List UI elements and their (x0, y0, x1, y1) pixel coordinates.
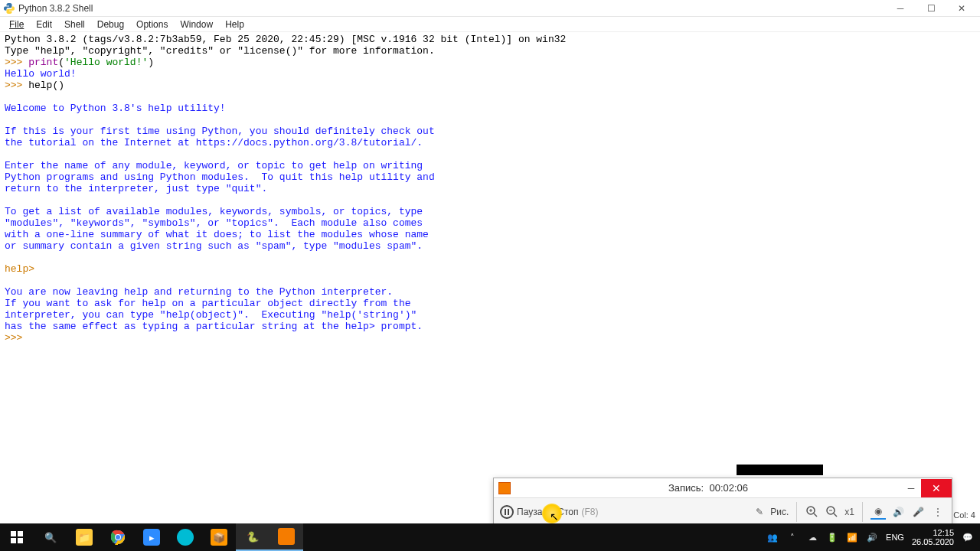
mic-icon[interactable]: 🎤 (910, 504, 926, 520)
paren: ) (148, 57, 154, 68)
output-line: Hello world! (5, 68, 77, 80)
window-controls: ─ ☐ ✕ (885, 1, 977, 16)
start-button[interactable] (0, 523, 34, 551)
menu-options[interactable]: Options (130, 18, 174, 31)
window-title: Python 3.8.2 Shell (18, 3, 885, 14)
onedrive-icon[interactable]: ☁ (806, 531, 818, 543)
tooltip (737, 465, 823, 475)
notifications-icon[interactable]: 💬 (962, 531, 974, 543)
help-text: Enter the name of any module, keyword, o… (5, 160, 423, 171)
svg-point-14 (116, 535, 120, 540)
recorder-minimize-button[interactable]: ─ (901, 479, 921, 497)
help-prompt: help> (5, 263, 41, 275)
pencil-icon: ✎ (752, 504, 767, 520)
volume-icon[interactable]: 🔊 (866, 531, 878, 543)
menu-debug[interactable]: Debug (91, 18, 130, 31)
help-text: To get a list of available modules, keyw… (5, 206, 423, 217)
pause-button[interactable]: Пауза (500, 505, 542, 519)
banner-line: Python 3.8.2 (tags/v3.8.2:7b3ab59, Feb 2… (5, 34, 566, 45)
wifi-icon[interactable]: 📶 (846, 531, 858, 543)
clock-date: 26.05.2020 (912, 537, 954, 546)
taskbar[interactable]: 🔍 📁 ▸ 📦 🐍 👥 ˄ ☁ 🔋 📶 🔊 ENG 12:15 26.05.20… (0, 523, 980, 551)
fn-name: print (28, 57, 58, 68)
zoom-level: x1 (844, 507, 854, 517)
recorder-logo-icon (498, 482, 511, 494)
separator (796, 502, 797, 522)
python-icon (3, 2, 15, 15)
svg-rect-10 (18, 538, 23, 543)
explorer-button[interactable]: 📁 (67, 523, 101, 551)
zoom-out-icon[interactable] (825, 504, 840, 520)
battery-icon[interactable]: 🔋 (826, 531, 838, 543)
banner-line: Type "help", "copyright", "credits" or "… (5, 45, 435, 57)
svg-rect-8 (18, 531, 23, 536)
stop-button[interactable]: Стоп (F8) (547, 507, 598, 517)
maximize-button[interactable]: ☐ (916, 1, 946, 16)
menu-file[interactable]: File (3, 18, 30, 31)
clock[interactable]: 12:15 26.05.2020 (912, 528, 954, 546)
zoom-app-button[interactable]: ▸ (135, 523, 168, 551)
speaker-icon[interactable]: 🔊 (890, 504, 906, 520)
help-text: "modules", "keywords", "symbols", or "to… (5, 217, 423, 229)
pause-label: Пауза (517, 507, 542, 517)
recorder-window[interactable]: Запись: 00:02:06 ─ ✕ Пауза Стоп (F8) ✎ Р… (493, 478, 952, 527)
paint-button[interactable] (168, 523, 202, 551)
recorder-close-button[interactable]: ✕ (921, 479, 952, 497)
separator (862, 502, 863, 522)
more-icon[interactable]: ⋮ (930, 504, 946, 520)
pause-icon (500, 505, 514, 519)
svg-rect-9 (11, 538, 16, 543)
menu-window[interactable]: Window (174, 18, 219, 31)
minimize-button[interactable]: ─ (885, 1, 916, 16)
idle-button[interactable]: 🐍 (236, 523, 270, 551)
string-literal: 'Hello world!' (64, 57, 148, 68)
recorder-title: Запись: 00:02:06 (515, 482, 901, 494)
menu-bar: File Edit Shell Debug Options Window Hel… (0, 17, 980, 32)
help-text: has the same effect as typing a particul… (5, 321, 423, 332)
menu-help[interactable]: Help (219, 18, 250, 31)
help-text: You are now leaving help and returning t… (5, 286, 393, 298)
prompt: >>> (5, 57, 28, 68)
shell-output[interactable]: Python 3.8.2 (tags/v3.8.2:7b3ab59, Feb 2… (0, 32, 980, 345)
app-button-1[interactable]: 📦 (202, 523, 236, 551)
chevron-up-icon[interactable]: ˄ (786, 531, 799, 543)
help-text: Python programs and using Python modules… (5, 171, 435, 183)
col-indicator: Col: 4 (953, 510, 975, 520)
prompt: >>> (5, 80, 28, 91)
people-icon[interactable]: 👥 (766, 531, 779, 543)
zoom-in-icon[interactable] (805, 504, 820, 520)
stop-hotkey: (F8) (582, 507, 599, 517)
draw-label: Рис. (770, 507, 789, 517)
stop-icon (547, 508, 554, 516)
help-text: If this is your first time using Python,… (5, 126, 435, 137)
status-bar: Col: 4 (953, 510, 980, 523)
recorder-app-button[interactable] (270, 523, 303, 551)
help-call: help() (28, 80, 64, 91)
help-text: with a one-line summary of what it does;… (5, 229, 429, 240)
menu-edit[interactable]: Edit (30, 18, 58, 31)
recorder-toolbar: Пауза Стоп (F8) ✎ Рис. x1 ◉ 🔊 🎤 ⋮ (494, 498, 952, 526)
help-text: If you want to ask for help on a particu… (5, 298, 411, 309)
svg-rect-7 (11, 531, 16, 536)
title-bar[interactable]: Python 3.8.2 Shell ─ ☐ ✕ (0, 0, 980, 17)
system-tray: 👥 ˄ ☁ 🔋 📶 🔊 ENG 12:15 26.05.2020 💬 (760, 528, 980, 546)
prompt: >>> (5, 332, 28, 344)
draw-button[interactable]: ✎ Рис. (752, 504, 789, 520)
help-text: return to the interpreter, just type "qu… (5, 183, 267, 194)
chrome-button[interactable] (101, 523, 135, 551)
help-welcome: Welcome to Python 3.8's help utility! (5, 103, 226, 114)
clock-time: 12:15 (912, 528, 954, 537)
recorder-titlebar[interactable]: Запись: 00:02:06 ─ ✕ (494, 478, 952, 498)
help-text: or summary contain a given string such a… (5, 240, 423, 252)
svg-line-1 (814, 514, 817, 517)
help-text: the tutorial on the Internet at https://… (5, 137, 423, 148)
paren: ( (58, 57, 64, 68)
webcam-icon[interactable]: ◉ (871, 504, 886, 520)
svg-line-5 (834, 514, 837, 517)
stop-label: Стоп (557, 507, 578, 517)
search-button[interactable]: 🔍 (34, 523, 67, 551)
close-button[interactable]: ✕ (946, 1, 977, 16)
menu-shell[interactable]: Shell (58, 18, 91, 31)
help-text: interpreter, you can type "help(object)"… (5, 309, 416, 321)
language-indicator[interactable]: ENG (886, 533, 904, 542)
